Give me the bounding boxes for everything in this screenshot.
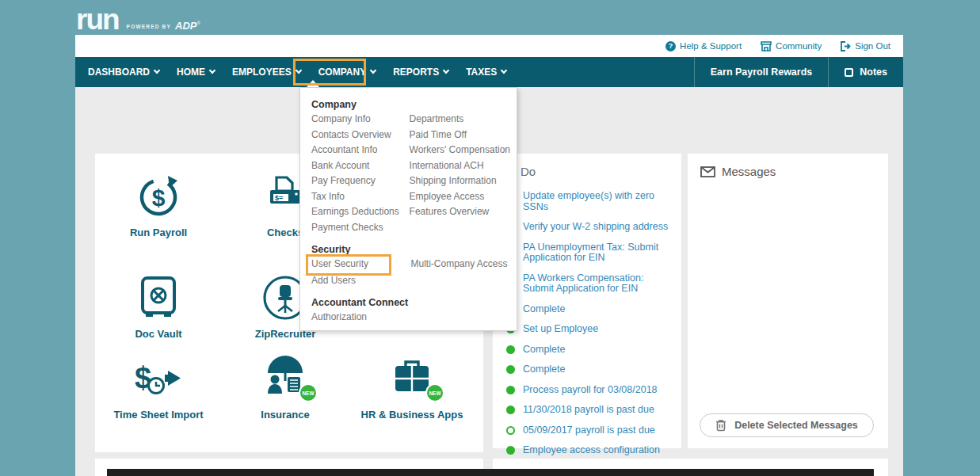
dollar-clock-arrow-icon: $ [99, 353, 218, 404]
messages-panel: Messages Delete Selected Messages [688, 154, 888, 448]
new-badge: NEW [299, 383, 318, 402]
todo-item[interactable]: Update employee(s) with zero SSNs [502, 191, 675, 212]
nav-item-reports[interactable]: REPORTS [393, 67, 448, 78]
company-dropdown-menu: Company Company Info Contacts Overview A… [299, 87, 517, 331]
menu-item-payment-checks[interactable]: Payment Checks [311, 220, 410, 236]
svg-text:$: $ [152, 185, 166, 211]
apps-grid-icon: NEW [353, 353, 471, 404]
menu-item-employee-access[interactable]: Employee Access [410, 189, 510, 205]
app-tile-insurance[interactable]: NEW Insurance [226, 353, 345, 421]
status-dot-icon [506, 345, 515, 354]
notes-button[interactable]: Notes [828, 57, 903, 87]
chevron-down-icon [443, 67, 449, 74]
svg-text:$=: $= [275, 194, 283, 202]
chevron-down-icon [209, 67, 215, 74]
todo-item[interactable]: 11/30/2018 payroll is past due [502, 405, 675, 416]
chevron-down-icon [154, 67, 160, 74]
run-logo-text: run [76, 5, 119, 35]
todo-title: To Do [505, 165, 675, 178]
app-tile-time-sheet-import[interactable]: $ Time Sheet Import [99, 353, 218, 421]
menu-item-shipping-information[interactable]: Shipping Information [410, 173, 510, 189]
menu-section-company: Company [311, 97, 510, 112]
menu-item-pay-frequency[interactable]: Pay Frequency [311, 173, 410, 189]
nav-right-group: Earn Payroll Rewards Notes [694, 57, 903, 87]
menu-item-paid-time-off[interactable]: Paid Time Off [410, 128, 510, 143]
todo-item[interactable]: Set up Employee [502, 324, 675, 335]
envelope-icon [700, 166, 715, 177]
earn-payroll-rewards-button[interactable]: Earn Payroll Rewards [694, 57, 829, 87]
todo-item[interactable]: Process payroll for 03/08/2018 [502, 385, 675, 396]
storefront-icon [761, 41, 772, 51]
delete-selected-messages-button[interactable]: Delete Selected Messages [700, 413, 874, 437]
trash-icon [715, 419, 726, 432]
help-support-link[interactable]: ? Help & Support [665, 41, 742, 51]
community-link[interactable]: Community [761, 41, 822, 51]
messages-title: Messages [700, 165, 875, 178]
todo-item[interactable]: PA Unemployment Tax: Submit Application … [502, 242, 675, 264]
accountant-connect-column: Authorization [311, 310, 414, 326]
chevron-down-icon [370, 67, 376, 74]
nav-item-taxes[interactable]: TAXES [466, 67, 506, 78]
menu-item-international-ach[interactable]: International ACH [410, 158, 510, 174]
todo-item[interactable]: Complete [502, 345, 675, 356]
nav-item-company[interactable]: COMPANY [318, 67, 376, 78]
new-badge: NEW [425, 383, 444, 402]
menu-item-features-overview[interactable]: Features Overview [410, 204, 510, 220]
run-adp-logo: run POWERED BY ADP ® [76, 2, 200, 35]
menu-item-earnings-deductions[interactable]: Earnings Deductions [311, 204, 410, 220]
notes-icon [845, 68, 853, 77]
vault-icon [99, 272, 218, 323]
sign-out-icon [841, 41, 851, 51]
utility-bar: ? Help & Support Community Sign Out [75, 35, 903, 57]
todo-item[interactable]: Complete [502, 364, 675, 375]
powered-by-label: POWERED BY [127, 24, 171, 29]
app-tile-doc-vault[interactable]: Doc Vault [99, 272, 218, 340]
todo-panel: To Do Update employee(s) with zero SSNs … [493, 154, 681, 448]
status-dot-icon [506, 406, 515, 414]
nav-item-home[interactable]: HOME [177, 67, 215, 78]
bottom-window-edge [107, 469, 874, 476]
main-navbar: DASHBOARD HOME EMPLOYEES COMPANY REPORTS… [75, 57, 903, 87]
security-menu-left-column: User Security Add Users [311, 257, 411, 288]
umbrella-person-icon: NEW [226, 353, 345, 404]
status-dot-icon [506, 446, 515, 455]
help-icon: ? [665, 41, 676, 51]
app-tile-hr-business-apps[interactable]: NEW HR & Business Apps [353, 353, 471, 421]
status-dot-icon [506, 426, 515, 435]
security-menu-right-column: Multi-Company Access [411, 257, 511, 288]
status-dot-icon [506, 365, 515, 374]
menu-item-user-security[interactable]: User Security [311, 257, 411, 273]
menu-item-accountant-info[interactable]: Accountant Info [311, 143, 410, 158]
status-dot-icon [506, 386, 515, 394]
menu-item-authorization[interactable]: Authorization [311, 310, 414, 326]
menu-item-workers-compensation[interactable]: Workers' Compensation [410, 143, 510, 158]
nav-item-dashboard[interactable]: DASHBOARD [88, 67, 159, 78]
chevron-down-icon [501, 67, 507, 74]
todo-item[interactable]: Employee access configuration [502, 445, 675, 456]
company-section-columns: Company Info Contacts Overview Accountan… [311, 112, 510, 235]
todo-list: Update employee(s) with zero SSNs Verify… [502, 191, 675, 456]
todo-item[interactable]: Complete [502, 304, 675, 315]
page: run POWERED BY ADP ® ? Help & Support Co… [0, 0, 980, 476]
menu-item-contacts-overview[interactable]: Contacts Overview [311, 128, 410, 143]
registered-mark: ® [196, 21, 200, 25]
todo-item[interactable]: Verify your W-2 shipping address [502, 222, 675, 233]
menu-item-multi-company-access[interactable]: Multi-Company Access [411, 257, 511, 272]
chevron-down-icon [295, 67, 301, 74]
todo-item[interactable]: PA Workers Compensation: Submit Applicat… [502, 273, 675, 295]
sign-out-link[interactable]: Sign Out [841, 41, 890, 51]
menu-item-departments[interactable]: Departments [410, 112, 510, 128]
company-menu-left-column: Company Info Contacts Overview Accountan… [311, 112, 410, 235]
dollar-refresh-icon: $ [99, 171, 218, 222]
nav-item-employees[interactable]: EMPLOYEES [232, 67, 301, 78]
nav-left-group: DASHBOARD HOME EMPLOYEES COMPANY REPORTS… [75, 57, 506, 87]
adp-logo-text: ADP [175, 20, 196, 32]
todo-item[interactable]: 05/09/2017 payroll is past due [502, 425, 675, 436]
app-tile-run-payroll[interactable]: $ Run Payroll [99, 171, 218, 238]
menu-item-company-info[interactable]: Company Info [311, 112, 410, 128]
security-section-columns: User Security Add Users Multi-Company Ac… [311, 257, 510, 288]
menu-item-bank-account[interactable]: Bank Account [311, 158, 410, 174]
menu-item-tax-info[interactable]: Tax Info [311, 189, 410, 205]
company-menu-right-column: Departments Paid Time Off Workers' Compe… [410, 112, 510, 235]
user-security-highlight-box: User Security [306, 254, 391, 276]
